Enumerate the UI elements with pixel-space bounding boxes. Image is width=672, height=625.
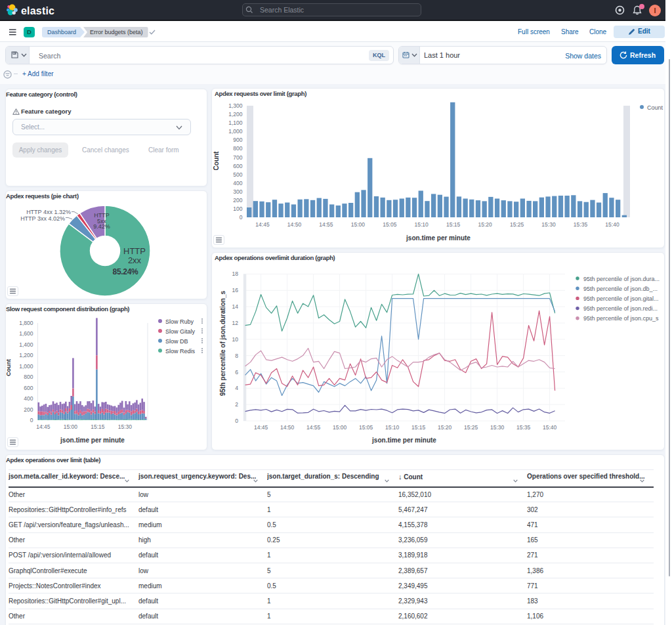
svg-text:15:35: 15:35 xyxy=(516,424,531,431)
svg-text:14:55: 14:55 xyxy=(306,424,321,431)
svg-text:800: 800 xyxy=(24,374,33,380)
svg-text:Slow Gitaly: Slow Gitaly xyxy=(165,328,196,335)
svg-text:15:00: 15:00 xyxy=(64,423,78,430)
svg-text:1,100: 1,100 xyxy=(228,119,243,126)
svg-text:800: 800 xyxy=(233,145,242,152)
svg-text:10: 10 xyxy=(232,336,239,343)
svg-text:600: 600 xyxy=(233,163,242,169)
svg-text:14:45: 14:45 xyxy=(36,423,51,430)
svg-text:100: 100 xyxy=(233,205,242,212)
svg-text:15:00: 15:00 xyxy=(351,221,366,228)
svg-text:15:00: 15:00 xyxy=(333,424,347,431)
svg-text:1,200: 1,200 xyxy=(19,352,33,358)
svg-text:Slow Ruby: Slow Ruby xyxy=(165,318,194,325)
svg-text:900: 900 xyxy=(233,137,242,143)
svg-text:Slow Redis: Slow Redis xyxy=(165,348,196,355)
svg-text:85.24%: 85.24% xyxy=(113,267,139,276)
svg-text:18: 18 xyxy=(232,270,239,277)
svg-text:200: 200 xyxy=(24,406,33,413)
svg-text:6: 6 xyxy=(235,369,238,376)
svg-text:15:20: 15:20 xyxy=(438,424,452,431)
svg-text:1,200: 1,200 xyxy=(228,111,243,118)
svg-text:json.time per minute: json.time per minute xyxy=(371,437,436,444)
svg-text:15:05: 15:05 xyxy=(359,424,373,431)
svg-text:12: 12 xyxy=(232,320,239,326)
svg-text:95th percentile of json.db_...: 95th percentile of json.db_... xyxy=(583,286,658,292)
svg-text:0: 0 xyxy=(235,418,238,424)
svg-text:14:45: 14:45 xyxy=(255,221,270,228)
svg-text:Count: Count xyxy=(213,151,220,171)
svg-text:json.time per minute: json.time per minute xyxy=(60,437,125,444)
svg-text:14:50: 14:50 xyxy=(287,221,302,228)
svg-text:95th percentile of json.durati: 95th percentile of json.duration_s xyxy=(219,291,226,396)
svg-text:95th percentile of json.cpu_s: 95th percentile of json.cpu_s xyxy=(583,315,659,322)
svg-text:1,400: 1,400 xyxy=(19,341,33,348)
svg-text:8: 8 xyxy=(235,353,238,359)
svg-text:700: 700 xyxy=(233,154,242,161)
svg-text:15:20: 15:20 xyxy=(478,221,493,228)
svg-text:15:30: 15:30 xyxy=(490,424,505,431)
svg-text:600: 600 xyxy=(24,385,33,391)
svg-text:15:10: 15:10 xyxy=(385,424,400,431)
svg-text:1,000: 1,000 xyxy=(19,363,33,370)
svg-text:1,300: 1,300 xyxy=(228,102,243,109)
svg-text:0: 0 xyxy=(30,417,33,423)
svg-text:400: 400 xyxy=(24,395,33,402)
svg-text:15:40: 15:40 xyxy=(605,221,620,228)
svg-text:1,600: 1,600 xyxy=(19,330,33,337)
svg-text:2: 2 xyxy=(235,401,238,408)
svg-text:15:25: 15:25 xyxy=(510,221,524,228)
svg-text:14:55: 14:55 xyxy=(319,221,333,228)
svg-text:15:05: 15:05 xyxy=(383,221,397,228)
svg-text:15:25: 15:25 xyxy=(464,424,478,431)
svg-text:2xx: 2xx xyxy=(128,255,142,265)
svg-text:95th percentile of json.redi..: 95th percentile of json.redi... xyxy=(583,305,658,312)
svg-text:15:15: 15:15 xyxy=(446,221,461,228)
svg-text:15:10: 15:10 xyxy=(415,221,429,228)
svg-text:9.42%: 9.42% xyxy=(93,223,110,230)
svg-text:1,800: 1,800 xyxy=(19,320,33,326)
svg-text:Count: Count xyxy=(6,359,12,376)
svg-text:15:15: 15:15 xyxy=(411,424,426,431)
svg-text:15:30: 15:30 xyxy=(118,423,133,430)
svg-text:300: 300 xyxy=(233,188,242,195)
svg-text:15:35: 15:35 xyxy=(574,221,588,228)
svg-text:HTTP: HTTP xyxy=(123,246,146,256)
svg-text:1,000: 1,000 xyxy=(228,128,243,135)
svg-text:95th percentile of json.dura..: 95th percentile of json.dura... xyxy=(583,276,660,282)
svg-text:16: 16 xyxy=(232,287,239,293)
svg-text:4: 4 xyxy=(235,385,238,391)
svg-text:0: 0 xyxy=(240,214,243,221)
svg-text:95th percentile of json.gital.: 95th percentile of json.gital... xyxy=(583,295,659,302)
svg-text:14:50: 14:50 xyxy=(280,424,295,431)
svg-text:400: 400 xyxy=(233,180,242,186)
svg-text:15:30: 15:30 xyxy=(541,221,556,228)
svg-text:14: 14 xyxy=(232,303,239,310)
svg-text:200: 200 xyxy=(233,197,242,204)
svg-text:Count: Count xyxy=(647,104,663,111)
svg-text:Slow DB: Slow DB xyxy=(165,338,188,345)
svg-text:15:15: 15:15 xyxy=(91,423,105,430)
svg-text:json.time per minute: json.time per minute xyxy=(406,234,471,242)
svg-text:HTTP 3xx 4.02%: HTTP 3xx 4.02% xyxy=(20,215,65,222)
svg-text:14:45: 14:45 xyxy=(254,424,268,431)
svg-text:500: 500 xyxy=(233,171,242,178)
svg-text:15:40: 15:40 xyxy=(543,424,557,431)
svg-text:HTTP 4xx 1.32%: HTTP 4xx 1.32% xyxy=(26,209,71,215)
